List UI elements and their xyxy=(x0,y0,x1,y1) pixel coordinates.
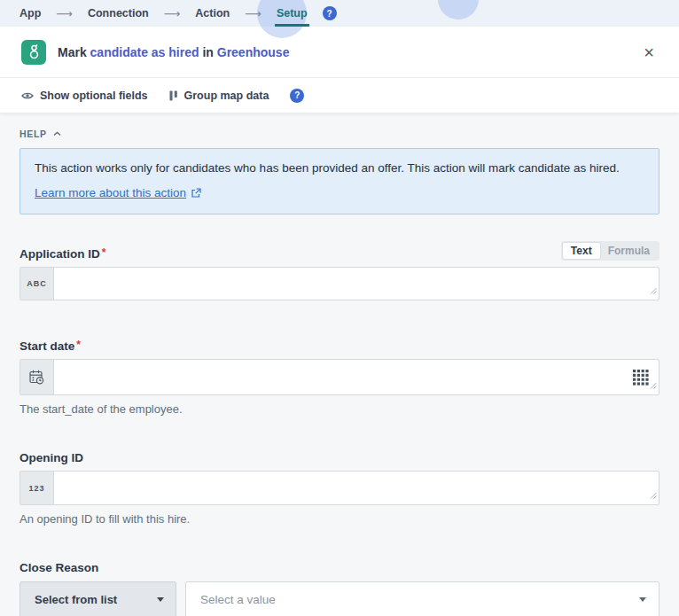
field-start-date: Start date* xyxy=(20,339,659,416)
opening-id-input[interactable] xyxy=(54,472,659,504)
value-select-placeholder: Select a value xyxy=(200,593,276,606)
title-action-link[interactable]: candidate as hired xyxy=(90,45,199,59)
text-type-prefix: ABC xyxy=(20,268,54,300)
toggle-text-option[interactable]: Text xyxy=(563,243,600,259)
close-reason-label: Close Reason xyxy=(20,561,98,574)
field-opening-id: Opening ID 123 An opening ID to fill wit… xyxy=(20,451,659,526)
title-app-link[interactable]: Greenhouse xyxy=(217,45,290,59)
eye-icon xyxy=(21,91,34,100)
arrow-right-icon: ⟶ xyxy=(56,7,73,20)
arrow-right-icon: ⟶ xyxy=(164,7,181,20)
field-close-reason: Close Reason Select from list Select a v… xyxy=(20,561,659,616)
close-reason-source-select[interactable]: Select from list xyxy=(20,581,176,616)
help-section-toggle[interactable]: HELP xyxy=(20,129,61,139)
text-formula-toggle: Text Formula xyxy=(561,241,659,261)
label-text: Close Reason xyxy=(20,561,98,574)
page-title: Mark candidate as hired in Greenhouse xyxy=(58,45,289,59)
show-optional-fields-button[interactable]: Show optional fields xyxy=(21,90,148,102)
greenhouse-icon xyxy=(21,40,46,65)
breadcrumb-item-connection[interactable]: Connection xyxy=(88,7,149,19)
learn-more-link[interactable]: Learn more about this action xyxy=(35,186,201,199)
panel-header: Mark candidate as hired in Greenhouse × xyxy=(0,27,679,78)
toolbar: Show optional fields Group map data ? xyxy=(0,78,679,113)
number-type-prefix: 123 xyxy=(20,472,54,504)
group-bars-icon xyxy=(169,90,178,101)
breadcrumb-item-action[interactable]: Action xyxy=(195,7,230,19)
action-panel: Mark candidate as hired in Greenhouse × … xyxy=(0,27,679,113)
setup-form: HELP This action works only for candidat… xyxy=(0,113,679,616)
datepicker-grid-icon[interactable] xyxy=(633,370,649,386)
toggle-formula-option[interactable]: Formula xyxy=(600,243,658,259)
arrow-right-icon: ⟶ xyxy=(245,7,261,20)
caret-down-icon xyxy=(639,597,646,602)
field-application-id: Application ID* Text Formula ABC xyxy=(20,241,659,300)
title-part: Mark xyxy=(58,45,87,59)
breadcrumb-item-app[interactable]: App xyxy=(20,7,41,19)
help-icon[interactable]: ? xyxy=(290,89,304,103)
close-icon[interactable]: × xyxy=(640,42,658,63)
start-date-label: Start date* xyxy=(20,339,81,353)
breadcrumb-item-setup[interactable]: Setup xyxy=(277,7,308,19)
label-text: Start date xyxy=(20,339,74,353)
group-map-data-label: Group map data xyxy=(184,90,269,102)
caret-down-icon xyxy=(157,597,164,602)
label-text: Opening ID xyxy=(20,451,83,464)
learn-more-label: Learn more about this action xyxy=(35,186,186,199)
close-reason-value-select[interactable]: Select a value xyxy=(185,581,659,616)
help-message: This action works only for candidates wh… xyxy=(35,160,644,176)
help-icon[interactable]: ? xyxy=(323,6,337,20)
required-marker: * xyxy=(102,246,106,259)
required-marker: * xyxy=(76,339,81,351)
title-part: in xyxy=(202,45,213,59)
help-section-label: HELP xyxy=(20,129,47,139)
opening-id-hint: An opening ID to fill with this hire. xyxy=(20,512,659,526)
breadcrumb: App ⟶ Connection ⟶ Action ⟶ Setup ? xyxy=(0,0,679,27)
help-callout: This action works only for candidates wh… xyxy=(20,148,659,214)
opening-id-label: Opening ID xyxy=(20,451,83,464)
start-date-input[interactable] xyxy=(54,360,659,394)
application-id-label: Application ID* xyxy=(20,247,105,261)
application-id-input[interactable] xyxy=(54,268,659,300)
label-text: Application ID xyxy=(20,247,100,261)
source-select-value: Select from list xyxy=(35,593,117,606)
show-optional-fields-label: Show optional fields xyxy=(40,90,148,102)
start-date-hint: The start_date of the employee. xyxy=(20,402,659,416)
group-map-data-button[interactable]: Group map data xyxy=(169,90,269,102)
chevron-up-icon xyxy=(53,131,61,136)
calendar-clock-icon xyxy=(20,360,54,394)
external-link-icon xyxy=(191,188,201,199)
